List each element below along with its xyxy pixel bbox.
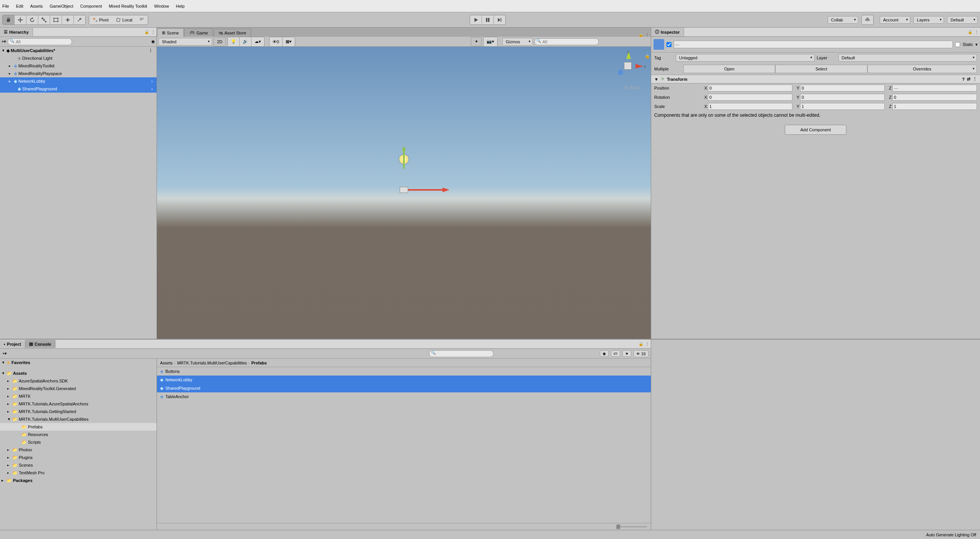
- scene-menu-icon[interactable]: ⋮: [149, 48, 155, 53]
- back-label[interactable]: ≪ Back: [624, 85, 639, 90]
- tools-toggle[interactable]: ✦: [471, 37, 482, 46]
- scene-root[interactable]: ▼ ◆ MultiUserCapabilities* ⋮: [0, 47, 157, 54]
- camera-toggle[interactable]: 📷▾: [483, 37, 497, 46]
- select-button[interactable]: Select: [775, 65, 867, 73]
- menu-edit[interactable]: Edit: [16, 4, 23, 8]
- create-dropdown[interactable]: +▾: [2, 351, 7, 356]
- favorites-root[interactable]: ▼★Favorites: [0, 359, 157, 366]
- asset-item[interactable]: TableAnchor: [157, 392, 651, 401]
- pause-button[interactable]: [482, 15, 494, 24]
- position-x[interactable]: [708, 85, 792, 91]
- add-component-button[interactable]: Add Component: [785, 125, 847, 135]
- layer-dropdown[interactable]: Default: [838, 54, 977, 62]
- inspector-tab[interactable]: ⓘInspector: [651, 28, 684, 36]
- lock-icon[interactable]: 🔒: [639, 33, 645, 37]
- snap-toggle[interactable]: [136, 15, 148, 24]
- breadcrumb-item[interactable]: Assets: [160, 361, 173, 365]
- tree-folder[interactable]: Resources: [0, 431, 157, 438]
- lighting-status[interactable]: Auto Generate Lighting Off: [926, 532, 976, 537]
- panel-menu-icon[interactable]: ⋮: [645, 342, 651, 346]
- scale-tool[interactable]: [38, 15, 50, 24]
- rotation-y[interactable]: [800, 94, 885, 101]
- overrides-dropdown[interactable]: Overrides: [867, 65, 977, 73]
- hierarchy-item-sharedplayground[interactable]: SharedPlayground›: [0, 85, 157, 93]
- asset-store-tab[interactable]: 🛍Asset Store: [214, 29, 251, 37]
- audio-toggle[interactable]: 🔊: [240, 37, 252, 46]
- tree-folder[interactable]: ▼MRTK.Tutorials.MultiUserCapabilities: [0, 415, 157, 423]
- assets-root[interactable]: ▼Assets: [0, 369, 157, 377]
- thumbnail-size-slider[interactable]: [616, 526, 647, 528]
- panel-menu-icon[interactable]: ⋮: [645, 33, 651, 37]
- menu-component[interactable]: Component: [80, 4, 102, 8]
- tree-folder[interactable]: ▸AzureSpatialAnchors.SDK: [0, 377, 157, 385]
- x-axis-handle[interactable]: [635, 64, 643, 69]
- transform-tool[interactable]: [62, 15, 74, 24]
- tree-folder[interactable]: ▸MRTK.Tutorials.AzureSpatialAnchors: [0, 400, 157, 408]
- camera-gizmo[interactable]: [400, 187, 408, 193]
- 2d-toggle[interactable]: 2D: [214, 37, 226, 46]
- orientation-gizmo[interactable]: y x 🔒: [612, 51, 643, 81]
- game-tab[interactable]: 🎮Game: [185, 28, 213, 37]
- tree-folder[interactable]: Scripts: [0, 438, 157, 446]
- fx-toggle[interactable]: ☁▾: [252, 37, 264, 46]
- tree-folder[interactable]: ▸MRTK: [0, 392, 157, 400]
- hidden-count[interactable]: 👁0: [270, 37, 283, 46]
- step-button[interactable]: [494, 15, 505, 24]
- filter-by-label[interactable]: 🏷: [611, 350, 620, 357]
- prefab-thumbnail[interactable]: [653, 39, 664, 50]
- scene-viewport[interactable]: y x 🔒 ≪ Back: [157, 47, 651, 339]
- position-y[interactable]: [800, 85, 885, 91]
- tree-folder[interactable]: ▸MixedRealityToolkit.Generated: [0, 385, 157, 392]
- scale-x[interactable]: [708, 103, 792, 110]
- lock-icon[interactable]: 🔒: [968, 30, 975, 34]
- move-gizmo-x[interactable]: [408, 186, 450, 194]
- layers-dropdown[interactable]: Layers: [913, 16, 944, 24]
- project-tab[interactable]: ▪Project: [0, 340, 25, 348]
- play-button[interactable]: [470, 15, 482, 24]
- tree-folder[interactable]: ▸MRTK.Tutorials.GettingStarted: [0, 408, 157, 415]
- packages-root[interactable]: ▸Packages: [0, 477, 157, 484]
- component-menu-icon[interactable]: ⋮: [973, 77, 977, 82]
- project-search[interactable]: [429, 350, 493, 357]
- directional-light-gizmo[interactable]: [399, 155, 408, 164]
- move-gizmo-y[interactable]: [398, 144, 410, 171]
- persp-lock-icon[interactable]: 🔒: [645, 54, 650, 59]
- hidden-packages[interactable]: 👁 16: [634, 350, 648, 357]
- menu-mrtk[interactable]: Mixed Reality Toolkit: [109, 4, 147, 8]
- save-search[interactable]: ★: [622, 350, 631, 357]
- console-tab[interactable]: ▤Console: [25, 340, 55, 348]
- account-dropdown[interactable]: Account: [880, 16, 910, 24]
- layout-dropdown[interactable]: Default: [947, 16, 978, 24]
- collab-dropdown[interactable]: Collab: [828, 16, 858, 24]
- preset-icon[interactable]: ⇄: [967, 77, 970, 82]
- asset-item-sharedplayground[interactable]: SharedPlayground: [157, 384, 651, 392]
- asset-item-networklobby[interactable]: NetworkLobby: [157, 376, 651, 384]
- active-checkbox[interactable]: [666, 42, 671, 47]
- grid-toggle[interactable]: ▦▾: [283, 37, 295, 46]
- tree-folder-prefabs[interactable]: Prefabs: [0, 423, 157, 431]
- scene-search[interactable]: [534, 38, 599, 45]
- gizmo-center[interactable]: [624, 62, 632, 70]
- panel-menu-icon[interactable]: ⋮: [975, 30, 980, 34]
- local-toggle[interactable]: Local: [112, 15, 136, 24]
- name-field[interactable]: [674, 41, 953, 48]
- menu-help[interactable]: Help: [176, 4, 185, 8]
- open-button[interactable]: Open: [683, 65, 775, 73]
- menu-window[interactable]: Window: [154, 4, 169, 8]
- menu-file[interactable]: File: [2, 4, 9, 8]
- hierarchy-item[interactable]: ▸MixedRealityPlayspace: [0, 70, 157, 77]
- z-axis-handle[interactable]: [618, 70, 623, 75]
- menu-gameobject[interactable]: GameObject: [50, 4, 74, 8]
- pivot-toggle[interactable]: Pivot: [89, 15, 112, 24]
- breadcrumb-current[interactable]: Prefabs: [252, 361, 267, 365]
- rotation-z[interactable]: [892, 94, 977, 101]
- lighting-toggle[interactable]: 💡: [228, 37, 240, 46]
- tag-dropdown[interactable]: Untagged: [676, 54, 815, 62]
- filter-by-type[interactable]: ◉: [600, 350, 609, 357]
- tree-folder[interactable]: ▸Plugins: [0, 454, 157, 461]
- custom-tool[interactable]: [74, 15, 85, 24]
- draw-mode-dropdown[interactable]: Shaded: [158, 38, 212, 46]
- menu-assets[interactable]: Assets: [30, 4, 43, 8]
- scale-z[interactable]: [892, 103, 977, 110]
- hierarchy-search[interactable]: [8, 38, 72, 45]
